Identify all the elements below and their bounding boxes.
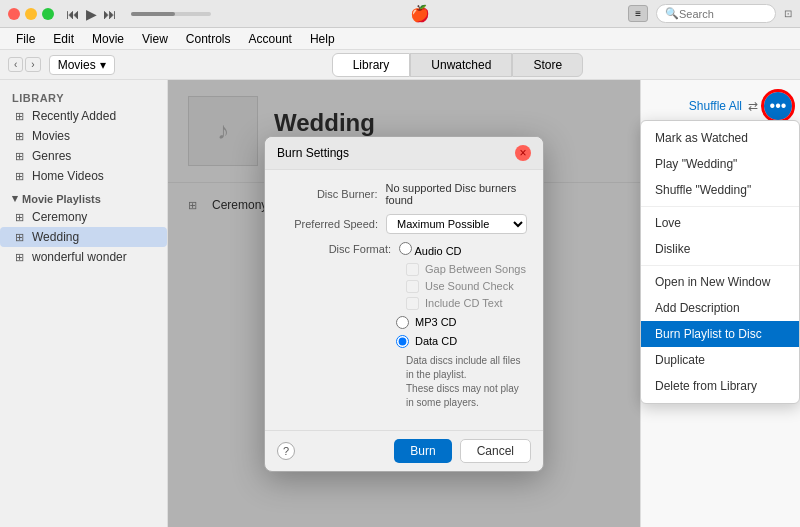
dropdown-item-love[interactable]: Love <box>641 210 799 236</box>
dropdown-item-add-description[interactable]: Add Description <box>641 295 799 321</box>
sidebar-item-label: wonderful wonder <box>32 250 127 264</box>
sidebar-item-label: Recently Added <box>32 109 116 123</box>
sidebar-item-home-videos[interactable]: ⊞ Home Videos <box>0 166 167 186</box>
home-videos-icon: ⊞ <box>12 170 26 183</box>
shuffle-label[interactable]: Shuffle All <box>689 99 742 113</box>
mp3-cd-label: MP3 CD <box>415 316 457 328</box>
help-button[interactable]: ? <box>277 442 295 460</box>
data-cd-description: Data discs include all files in the play… <box>406 354 527 410</box>
title-bar-right: ≡ 🔍 ⊡ <box>628 4 792 23</box>
progress-bar <box>131 12 211 16</box>
menu-file[interactable]: File <box>8 30 43 48</box>
sidebar-item-recently-added[interactable]: ⊞ Recently Added <box>0 106 167 126</box>
dropdown-item-delete-library[interactable]: Delete from Library <box>641 373 799 399</box>
radio-group: MP3 CD Data CD <box>396 316 527 348</box>
preferred-speed-select[interactable]: Maximum Possible <box>386 214 527 234</box>
modal-body: Disc Burner: No supported Disc burners f… <box>265 170 543 430</box>
audio-cd-radio[interactable] <box>399 242 412 255</box>
menu-toggle-button[interactable]: ≡ <box>628 5 648 22</box>
playlists-section[interactable]: ▾ Movie Playlists <box>0 186 167 207</box>
data-cd-radio[interactable] <box>396 335 409 348</box>
right-panel: Shuffle All ⇄ ••• Mark as Watched Play "… <box>640 80 800 527</box>
modal-overlay: Burn Settings Disc Burner: No supported … <box>168 80 640 527</box>
search-input[interactable] <box>679 8 769 20</box>
sound-check-option: Use Sound Check <box>406 280 527 293</box>
menu-account[interactable]: Account <box>241 30 300 48</box>
gap-songs-option: Gap Between Songs <box>406 263 527 276</box>
mp3-cd-radio[interactable] <box>396 316 409 329</box>
modal-close-button[interactable] <box>515 145 531 161</box>
sidebar-item-wedding[interactable]: ⊞ Wedding <box>0 227 167 247</box>
apple-logo: 🍎 <box>211 4 628 23</box>
win-ctrl: ⊡ <box>784 8 792 19</box>
maximize-button[interactable] <box>42 8 54 20</box>
modal-title: Burn Settings <box>277 146 349 160</box>
more-button[interactable]: ••• <box>764 92 792 120</box>
sound-check-label: Use Sound Check <box>425 280 514 292</box>
recently-added-icon: ⊞ <box>12 110 26 123</box>
disc-format-label: Disc Format: <box>281 243 391 255</box>
title-bar: ⏮ ▶ ⏭ 🍎 ≡ 🔍 ⊡ <box>0 0 800 28</box>
menu-controls[interactable]: Controls <box>178 30 239 48</box>
sidebar-item-label: Home Videos <box>32 169 104 183</box>
transport-controls: ⏮ ▶ ⏭ <box>66 6 211 22</box>
gap-songs-checkbox <box>406 263 419 276</box>
forward-button[interactable]: › <box>25 57 40 72</box>
content-area: ♪ Wedding 1 video • 28 minutes ⊞ Ceremon… <box>168 80 640 527</box>
play-button[interactable]: ▶ <box>86 6 97 22</box>
breadcrumb: Movies ▾ <box>49 55 115 75</box>
sidebar-item-label: Ceremony <box>32 210 87 224</box>
shuffle-icon: ⇄ <box>748 99 758 113</box>
resize-button[interactable]: ⊡ <box>784 8 792 19</box>
close-button[interactable] <box>8 8 20 20</box>
breadcrumb-text: Movies <box>58 58 96 72</box>
data-cd-label: Data CD <box>415 335 457 347</box>
footer-buttons: Burn Cancel <box>394 439 531 463</box>
minimize-button[interactable] <box>25 8 37 20</box>
back-button[interactable]: ‹ <box>8 57 23 72</box>
mp3-cd-item: MP3 CD <box>396 316 527 329</box>
disc-burner-row: Disc Burner: No supported Disc burners f… <box>281 182 527 206</box>
tab-store[interactable]: Store <box>512 53 583 77</box>
shuffle-row: Shuffle All ⇄ ••• <box>649 92 792 120</box>
sidebar-item-ceremony[interactable]: ⊞ Ceremony <box>0 207 167 227</box>
nav-arrows: ‹ › <box>8 57 41 72</box>
tab-library[interactable]: Library <box>332 53 411 77</box>
playlists-title: Movie Playlists <box>22 193 101 205</box>
cancel-button[interactable]: Cancel <box>460 439 531 463</box>
tab-unwatched[interactable]: Unwatched <box>410 53 512 77</box>
rewind-button[interactable]: ⏮ <box>66 6 80 22</box>
genres-icon: ⊞ <box>12 150 26 163</box>
audio-cd-label[interactable]: Audio CD <box>399 242 462 257</box>
menu-edit[interactable]: Edit <box>45 30 82 48</box>
modal-footer: ? Burn Cancel <box>265 430 543 471</box>
menu-help[interactable]: Help <box>302 30 343 48</box>
menu-movie[interactable]: Movie <box>84 30 132 48</box>
sidebar-item-wonderful-wonder[interactable]: ⊞ wonderful wonder <box>0 247 167 267</box>
menu-view[interactable]: View <box>134 30 176 48</box>
window-controls <box>8 8 54 20</box>
dropdown-item-mark-watched[interactable]: Mark as Watched <box>641 125 799 151</box>
dropdown-item-burn-playlist[interactable]: Burn Playlist to Disc <box>641 321 799 347</box>
disc-format-row: Disc Format: Audio CD <box>281 242 527 257</box>
preferred-speed-row: Preferred Speed: Maximum Possible <box>281 214 527 234</box>
dropdown-divider-2 <box>641 265 799 266</box>
sidebar-item-genres[interactable]: ⊞ Genres <box>0 146 167 166</box>
burn-button[interactable]: Burn <box>394 439 451 463</box>
sound-check-checkbox <box>406 280 419 293</box>
chevron-down-icon: ▾ <box>100 58 106 72</box>
cd-text-checkbox <box>406 297 419 310</box>
dropdown-item-dislike[interactable]: Dislike <box>641 236 799 262</box>
dropdown-item-open-new-window[interactable]: Open in New Window <box>641 269 799 295</box>
dropdown-item-shuffle[interactable]: Shuffle "Wedding" <box>641 177 799 203</box>
sub-options: Gap Between Songs Use Sound Check Includ… <box>406 263 527 310</box>
progress-fill <box>131 12 175 16</box>
library-section-title: LIBRARY <box>0 88 167 106</box>
disc-burner-label: Disc Burner: <box>281 188 377 200</box>
sidebar-item-movies[interactable]: ⊞ Movies <box>0 126 167 146</box>
sidebar-item-label: Genres <box>32 149 71 163</box>
dropdown-item-duplicate[interactable]: Duplicate <box>641 347 799 373</box>
dropdown-item-play[interactable]: Play "Wedding" <box>641 151 799 177</box>
fast-forward-button[interactable]: ⏭ <box>103 6 117 22</box>
search-box[interactable]: 🔍 <box>656 4 776 23</box>
